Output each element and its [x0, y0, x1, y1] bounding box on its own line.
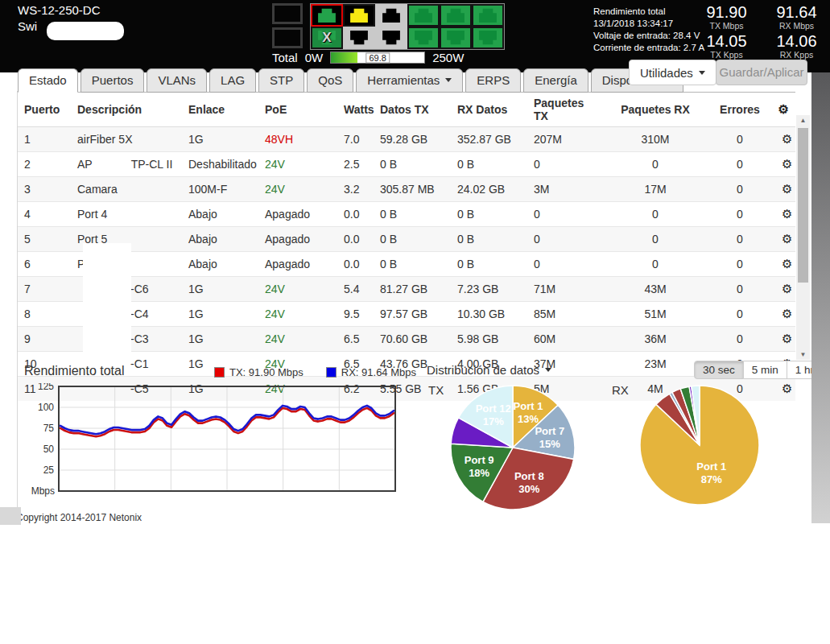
cell-puerto: 9	[18, 327, 71, 352]
tab-label: Estado	[29, 73, 67, 87]
window-edge-strip	[811, 72, 830, 523]
descripcion-text: AP	[77, 158, 93, 171]
pie-slice-label: Port 187%	[696, 460, 726, 485]
table-row: 4Port 4AbajoApagado0.00 B0 B000⚙	[18, 202, 795, 227]
scroll-down-icon[interactable]: ▼	[796, 349, 810, 360]
cell-descripcion[interactable]: APTP-CL II	[71, 152, 182, 177]
cell-rx-datos: 0 B	[451, 202, 527, 227]
cell-watts: 6.5	[337, 327, 374, 352]
column-header-datos-tx[interactable]: Datos TX	[374, 93, 451, 127]
tab-energ-a[interactable]: Energía	[523, 68, 588, 93]
svg-text:125: 125	[38, 383, 54, 392]
tab-puertos[interactable]: Puertos	[81, 68, 145, 93]
tab-label: Puertos	[92, 73, 134, 87]
info-line-2: 13/1/2018 13:34:17	[593, 18, 706, 30]
port-settings-gear-icon[interactable]: ⚙	[782, 257, 792, 270]
column-header-enlace[interactable]: Enlace	[182, 93, 258, 127]
port-9-status[interactable]	[440, 4, 472, 27]
column-header-paquetes-rx[interactable]: Paquetes RX	[606, 93, 704, 127]
port-10-status[interactable]	[440, 27, 472, 49]
cell-enlace: 1G	[182, 277, 258, 302]
cell-errores: 0	[704, 227, 775, 252]
column-settings-gear-icon[interactable]: ⚙	[778, 102, 789, 117]
table-row: 5Port 5AbajoApagado0.00 B0 B000⚙	[18, 227, 795, 252]
power-max-label: 250W	[432, 51, 464, 64]
cell-datos-tx: 81.27 GB	[374, 277, 451, 302]
tab-lag[interactable]: LAG	[209, 68, 256, 93]
cell-errores: 0	[704, 277, 775, 302]
port-settings-gear-icon[interactable]: ⚙	[782, 157, 792, 171]
cell-paquetes-rx: 0	[606, 227, 704, 252]
cell-puerto: 5	[18, 227, 71, 252]
range-button-5-min[interactable]: 5 min	[744, 361, 787, 379]
port-4-status[interactable]	[343, 27, 375, 49]
port-3-status[interactable]	[343, 4, 375, 27]
cell-rx-datos: 352.87 GB	[451, 127, 527, 152]
column-header-watts[interactable]: Watts	[337, 93, 374, 127]
cell-descripcion[interactable]: Camara	[71, 177, 182, 202]
sfp-port-1[interactable]	[272, 3, 303, 24]
cell-poe: 24V	[258, 152, 337, 177]
cell-paquetes-tx: 60M	[527, 327, 606, 352]
port-settings-gear-icon[interactable]: ⚙	[782, 182, 792, 196]
rj45-connector-icon	[348, 30, 370, 46]
utilities-button[interactable]: Utilidades	[629, 60, 716, 85]
port-settings-gear-icon[interactable]: ⚙	[782, 207, 792, 221]
cell-errores: 0	[704, 152, 775, 177]
info-line-4: Corriente de entrada: 2.7 A	[593, 42, 706, 54]
main-tab-bar: EstadoPuertosVLANsLAGSTPQoSHerramientasE…	[18, 68, 686, 93]
data-distribution-title[interactable]: Distribución de datos	[427, 363, 551, 377]
cell-paquetes-tx: 207M	[527, 127, 606, 152]
cell-settings: ⚙	[775, 227, 795, 252]
range-button-30-sec[interactable]: 30 sec	[694, 361, 744, 379]
cell-enlace: Abajo	[182, 227, 258, 252]
svg-text:100: 100	[38, 402, 54, 413]
tx-pie-label: TX	[428, 383, 444, 397]
column-header-rx-datos[interactable]: RX Datos	[451, 93, 527, 127]
svg-text:25: 25	[43, 464, 55, 476]
port-1-status[interactable]	[311, 4, 343, 27]
cell-paquetes-rx: 51M	[606, 302, 704, 327]
port-settings-gear-icon[interactable]: ⚙	[782, 232, 792, 246]
column-header-descripci-n[interactable]: Descripción	[71, 93, 182, 127]
save-apply-button[interactable]: Guardar/Aplicar	[716, 60, 807, 85]
tab-vlans[interactable]: VLANs	[147, 68, 207, 93]
cell-descripcion[interactable]: Port 4	[71, 202, 182, 227]
descripcion-text: -C4	[130, 308, 149, 320]
table-scrollbar[interactable]: ▲ ▼	[796, 115, 810, 360]
sfp-port-2[interactable]	[272, 27, 303, 48]
scrollbar-thumb[interactable]	[798, 128, 808, 283]
rx-pie-label: RX	[612, 383, 629, 397]
column-header-puerto[interactable]: Puerto	[18, 93, 71, 127]
tab-herramientas[interactable]: Herramientas	[356, 68, 463, 93]
tab-qos[interactable]: QoS	[307, 68, 353, 93]
cell-poe: 24V	[258, 177, 337, 202]
tab-estado[interactable]: Estado	[18, 68, 78, 93]
column-header-paquetes-tx[interactable]: Paquetes TX	[527, 93, 606, 127]
port-2-status[interactable]: X	[311, 27, 343, 49]
cell-paquetes-tx: 3M	[527, 177, 606, 202]
port-settings-gear-icon[interactable]: ⚙	[782, 282, 792, 295]
tab-erps[interactable]: ERPS	[465, 68, 521, 93]
port-settings-gear-icon[interactable]: ⚙	[782, 307, 792, 320]
port-settings-gear-icon[interactable]: ⚙	[782, 382, 792, 395]
port-7-status[interactable]	[407, 4, 440, 27]
scroll-up-icon[interactable]: ▲	[796, 115, 810, 126]
cell-descripcion[interactable]: airFiber 5X	[71, 127, 182, 152]
cell-watts: 3.2	[337, 177, 374, 202]
port-settings-gear-icon[interactable]: ⚙	[782, 132, 792, 146]
port-5-status[interactable]	[375, 4, 407, 27]
port-12-status[interactable]	[472, 27, 504, 49]
time-range-button-group: 30 sec5 min1 hr	[694, 361, 823, 379]
port-settings-gear-icon[interactable]: ⚙	[782, 332, 792, 345]
port-6-status[interactable]	[375, 27, 407, 49]
cell-puerto: 3	[18, 177, 71, 202]
tab-label: LAG	[221, 73, 245, 87]
cell-enlace: Abajo	[182, 202, 258, 227]
tab-stp[interactable]: STP	[258, 68, 304, 93]
column-header-errores[interactable]: Errores	[704, 93, 775, 127]
column-header-poe[interactable]: PoE	[258, 93, 337, 127]
port-8-status[interactable]	[407, 27, 440, 49]
port-11-status[interactable]	[472, 4, 504, 27]
stat-rx-mbps: 91.64RX Mbps	[764, 4, 829, 31]
